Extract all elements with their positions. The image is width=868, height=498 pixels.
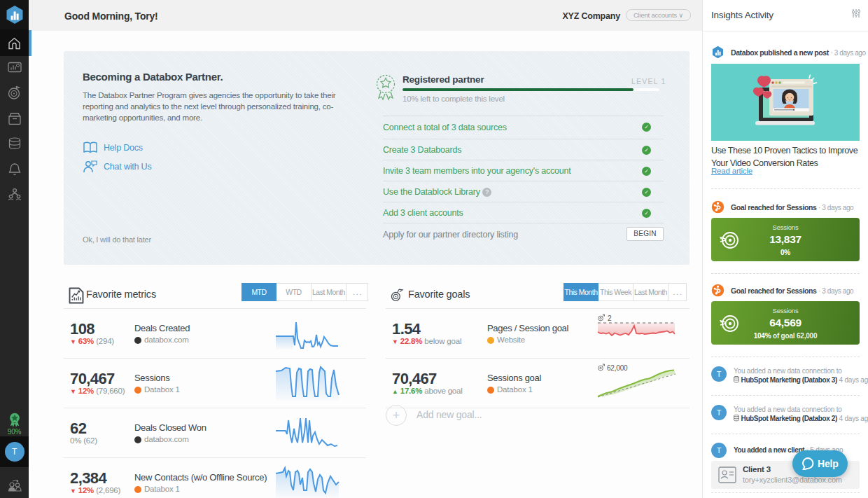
svg-text:62,000: 62,000 [607,364,628,372]
svg-text:2: 2 [608,314,612,322]
